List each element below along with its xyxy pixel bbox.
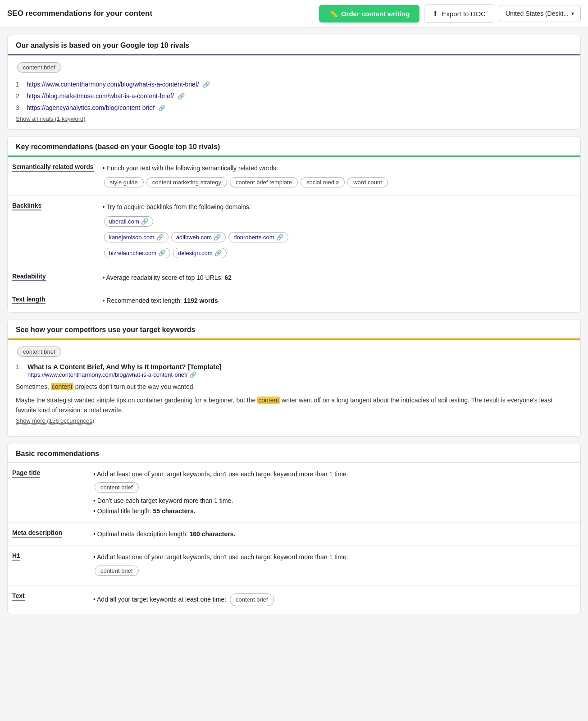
ext-icon: 🔗 xyxy=(276,234,283,241)
sem-tag-3: content brief template xyxy=(230,177,298,187)
analysis-keyword-tag: content brief xyxy=(17,62,61,73)
basic-recommendations-body: Page title • Add at least one of your ta… xyxy=(8,463,580,614)
competitor-title-1: What Is A Content Brief, And Why Is It I… xyxy=(27,363,222,370)
basic-rec-table: Page title • Add at least one of your ta… xyxy=(8,463,580,614)
rec-row-text-length: Text length • Recommended text length: 1… xyxy=(8,289,580,312)
rec-row-backlinks: Backlinks • Try to acquire backlinks fro… xyxy=(8,196,580,266)
basic-recommendations-card: Basic recommendations Page title • Add a… xyxy=(7,443,581,615)
rec-table: Semantically related words • Enrich your… xyxy=(8,157,580,312)
rec-row-readability: Readability • Average readability score … xyxy=(8,266,580,289)
show-more-link[interactable]: Show more (156 occurrences) xyxy=(16,417,94,424)
rival-item-3: 3 https://agencyanalytics.com/blog/conte… xyxy=(16,102,572,114)
upload-icon: ⬆ xyxy=(433,9,438,18)
domain-tag-5[interactable]: bizrelauncher.com 🔗 xyxy=(104,248,171,258)
ext-icon: 🔗 xyxy=(141,218,148,225)
competitors-body: content brief 1 What Is A Content Brief,… xyxy=(8,340,580,436)
basic-row-h1: H1 • Add at least one of your target key… xyxy=(8,546,580,585)
competitors-header: See how your competitors use your target… xyxy=(8,319,580,340)
backlinks-tags-row2: kanejamison.com 🔗 adlibweb.com 🔗 donrobe… xyxy=(103,231,576,244)
ext-icon: 🔗 xyxy=(156,234,164,241)
external-link-icon[interactable]: 🔗 xyxy=(203,81,210,88)
ext-icon: 🔗 xyxy=(214,234,221,241)
main-content: Our analysis is based on your Google top… xyxy=(0,27,588,621)
basic-row-meta-description: Meta description • Optimal meta descript… xyxy=(8,522,580,545)
semantically-bullet: • Enrich your text with the following se… xyxy=(103,164,278,172)
backlinks-tags-row1: uberall.com 🔗 xyxy=(103,215,576,228)
text-length-label: Text length xyxy=(12,296,46,304)
competitors-card: See how your competitors use your target… xyxy=(7,319,581,437)
analysis-card: Our analysis is based on your Google top… xyxy=(7,35,581,130)
basic-row-text: Text • Add all your target keywords at l… xyxy=(8,585,580,614)
excerpt-2: Maybe the strategist wanted simple tips … xyxy=(16,395,572,415)
ext-icon[interactable]: 🔗 xyxy=(189,371,196,378)
key-recommendations-body: Semantically related words • Enrich your… xyxy=(8,157,580,312)
backlinks-label: Backlinks xyxy=(12,202,41,210)
topbar: SEO recommendations for your content ✏️ … xyxy=(0,0,588,27)
region-selector-button[interactable]: United States (Deskt... ▾ xyxy=(499,5,581,22)
pencil-icon: ✏️ xyxy=(329,9,338,18)
key-recommendations-header: Key recommendations (based on your Googl… xyxy=(8,137,580,157)
domain-tag-2[interactable]: kanejamison.com 🔗 xyxy=(104,232,169,242)
meta-description-label: Meta description xyxy=(12,529,62,538)
excerpt-1: Sometimes, content projects don't turn o… xyxy=(16,382,572,392)
domain-tag-1[interactable]: uberall.com 🔗 xyxy=(104,216,153,227)
text-keyword-tag: content brief xyxy=(230,593,274,607)
competitors-keyword-tag: content brief xyxy=(17,347,61,357)
semantically-tags: style guide content marketing strategy c… xyxy=(103,176,576,189)
sem-tag-2: content marketing strategy xyxy=(146,177,227,187)
rival-item-2: 2 https://blog.marketmuse.com/what-is-a-… xyxy=(16,90,572,102)
export-to-doc-button[interactable]: ⬆ Export to DOC xyxy=(424,5,494,23)
readability-label: Readability xyxy=(12,273,46,281)
basic-row-page-title: Page title • Add at least one of your ta… xyxy=(8,463,580,523)
sem-tag-1: style guide xyxy=(104,177,144,187)
domain-tag-3[interactable]: adlibweb.com 🔗 xyxy=(171,232,226,242)
analysis-body: content brief 1 https://www.contentharmo… xyxy=(8,55,580,129)
rival-item-1: 1 https://www.contentharmony.com/blog/wh… xyxy=(16,78,572,90)
domain-tag-4[interactable]: donroberts.com 🔗 xyxy=(228,232,288,242)
key-recommendations-card: Key recommendations (based on your Googl… xyxy=(7,136,581,313)
h1-label: H1 xyxy=(12,552,20,561)
semantically-label: Semantically related words xyxy=(12,163,94,172)
chevron-down-icon: ▾ xyxy=(571,10,574,17)
rival-list: 1 https://www.contentharmony.com/blog/wh… xyxy=(16,78,572,114)
keyword-highlight: content xyxy=(51,383,73,390)
external-link-icon-3[interactable]: 🔗 xyxy=(158,105,165,111)
competitor-item-1: 1 What Is A Content Brief, And Why Is It… xyxy=(16,358,572,429)
page-title-keyword-tag: content brief xyxy=(95,482,139,493)
keyword-highlight-2: content xyxy=(257,397,280,404)
order-content-writing-button[interactable]: ✏️ Order content writing xyxy=(319,5,420,23)
sem-tag-5: word count xyxy=(347,177,388,187)
ext-icon: 🔗 xyxy=(158,250,165,256)
competitor-url-1: https://www.contentharmony.com/blog/what… xyxy=(27,371,222,378)
backlinks-bullet: • Try to acquire backlinks from the foll… xyxy=(103,203,251,210)
sem-tag-4: social media xyxy=(301,177,345,187)
backlinks-tags-row3: bizrelauncher.com 🔗 delesign.com 🔗 xyxy=(103,246,576,260)
basic-recommendations-header: Basic recommendations xyxy=(8,443,580,463)
analysis-header: Our analysis is based on your Google top… xyxy=(8,35,580,55)
show-all-rivals-link[interactable]: Show all rivals (1 keyword) xyxy=(16,115,86,122)
text-label: Text xyxy=(12,592,25,601)
h1-keyword-tag: content brief xyxy=(95,566,139,576)
page-title: SEO recommendations for your content xyxy=(7,9,315,18)
rec-row-semantically: Semantically related words • Enrich your… xyxy=(8,157,580,196)
external-link-icon-2[interactable]: 🔗 xyxy=(178,93,185,100)
ext-icon: 🔗 xyxy=(214,250,222,256)
domain-tag-6[interactable]: delesign.com 🔗 xyxy=(173,248,227,258)
page-title-label: Page title xyxy=(12,469,40,478)
